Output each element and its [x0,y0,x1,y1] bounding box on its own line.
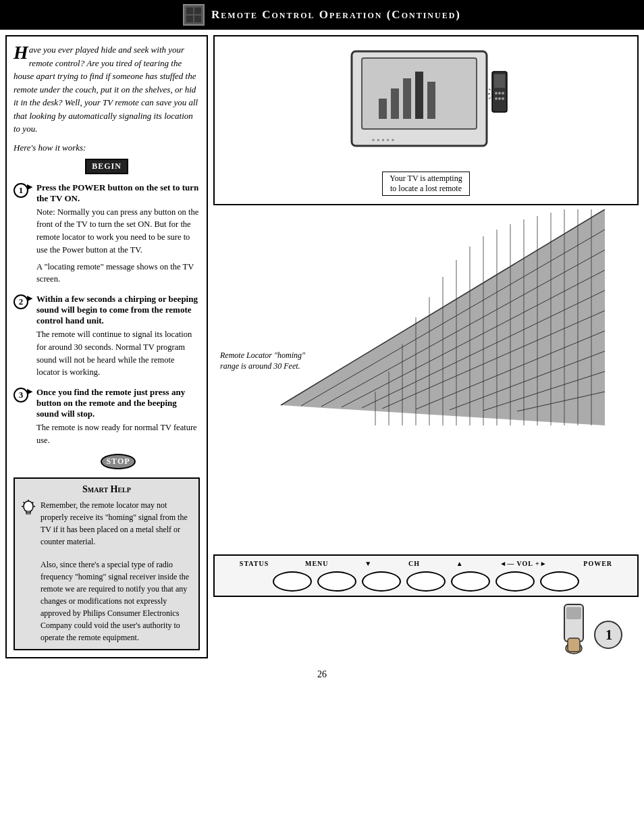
remote-labels: STATUS MENU ▼ CH ▲ ◄— VOL +► POWER [221,560,630,567]
svg-rect-2 [26,513,30,514]
svg-point-23 [502,97,504,100]
svg-rect-58 [568,638,580,652]
step-1: 1 ▶ Press the POWER button on the set to… [14,182,200,290]
remote-btn-7[interactable] [540,571,579,592]
smart-help-box: Smart Help Remember, the remote locator … [14,477,200,650]
step-2-title: Within a few seconds a chirping or beepi… [36,294,200,326]
svg-point-19 [498,92,501,95]
intro-text: ave you ever played hide and seek with y… [14,45,198,134]
svg-rect-13 [415,72,423,119]
stop-badge: STOP [101,454,135,469]
tv-illustration-box: ◦ ◦ ◦ ◦ ◦ Your TV is attempting to locat [213,35,639,205]
step-2: 2 ▶ Within a few seconds a chirping or b… [14,294,200,383]
remote-btn-6[interactable] [495,571,535,592]
remote-label-down: ▼ [365,560,372,567]
remote-label-ch: CH [408,560,420,567]
step-2-circle: 2 [14,294,28,309]
hand-area: 1 [213,598,639,658]
drop-cap: H [14,43,28,62]
right-column: ◦ ◦ ◦ ◦ ◦ Your TV is attempting to locat [213,35,639,658]
remote-btn-1[interactable] [273,571,312,592]
step-3: 3 ▶ Once you find the remote just press … [14,387,200,472]
header-title: Remote Control Operation (Continued) [211,8,461,22]
remote-btn-2[interactable] [317,571,356,592]
remote-label-up: ▲ [456,560,464,567]
begin-badge: BEGIN [85,159,128,174]
step-3-circle: 3 [14,388,28,402]
smart-help-text1: Remember, the remote locator may not pro… [41,499,193,548]
svg-text:◦ ◦ ◦ ◦ ◦: ◦ ◦ ◦ ◦ ◦ [372,135,394,145]
remote-label-vol: ◄— VOL +► [500,560,547,567]
svg-line-4 [32,502,34,503]
remote-btn-4[interactable] [406,571,446,592]
step-1-circle: 1 [14,183,28,198]
step-3-body1: The remote is now ready for normal TV fe… [36,421,200,447]
smart-help-text2: Also, since there's a special type of ra… [41,558,193,644]
signal-cone-area: Remote Locator "homing" range is around … [213,209,639,550]
svg-rect-56 [566,607,581,619]
step-1-arrow: ▶ [27,182,32,191]
tv-caption-wrapper: Your TV is attempting to locate a lost r… [223,172,629,196]
svg-point-18 [495,92,498,95]
step-1-body2: A "locating remote" message shows on the… [36,261,200,286]
svg-rect-12 [403,78,411,119]
remote-btn-5[interactable] [451,571,490,592]
signal-label-line2: range is around 30 Feet. [220,361,300,371]
svg-point-20 [502,92,504,95]
tv-caption-line2: to locate a lost remote [390,184,462,193]
step-3-arrow: ▶ [27,387,32,396]
step-3-content: Once you find the remote just press any … [36,387,200,472]
page-header: Remote Control Operation (Continued) [0,0,644,30]
svg-rect-10 [379,99,387,119]
remote-label-status: STATUS [240,560,269,567]
step-2-arrow: ▶ [27,294,32,303]
svg-rect-14 [427,82,435,119]
remote-label-power: POWER [583,560,612,567]
signal-cone-svg: Remote Locator "homing" range is around … [213,209,618,425]
header-icon [183,4,205,26]
lightbulb-icon [20,499,36,521]
step-2-content: Within a few seconds a chirping or beepi… [36,294,200,383]
pointing-hand-svg: 1 [544,598,625,658]
remote-control-bar: STATUS MENU ▼ CH ▲ ◄— VOL +► POWER [213,554,639,597]
step-1-content: Press the POWER button on the set to tur… [36,182,200,290]
smart-help-text-wrapper: Remember, the remote locator may not pro… [41,499,193,644]
svg-point-0 [24,501,33,512]
step-1-body1: Note: Normally you can press any button … [36,206,200,257]
svg-rect-11 [391,88,399,119]
step-3-title: Once you find the remote just press any … [36,387,200,419]
tv-caption-line1: Your TV is attempting [390,174,462,183]
remote-buttons-row [221,571,630,592]
left-column: Have you ever played hide and seek with … [5,35,208,658]
signal-label-line1: Remote Locator "homing" [219,350,306,360]
smart-help-title: Smart Help [20,484,193,495]
svg-text:1: 1 [606,627,612,642]
step-2-body1: The remote will continue to signal its l… [36,328,200,379]
tv-caption: Your TV is attempting to locate a lost r… [382,172,469,196]
remote-label-menu: MENU [305,560,329,567]
svg-rect-17 [494,74,505,88]
remote-btn-3[interactable] [362,571,401,592]
svg-point-21 [495,97,498,100]
intro-paragraph: Have you ever played hide and seek with … [14,43,200,136]
tv-illustration-svg: ◦ ◦ ◦ ◦ ◦ [331,45,520,166]
step-1-title: Press the POWER button on the set to tur… [36,182,200,204]
heres-how: Here's how it works: [14,142,200,153]
svg-line-5 [24,502,25,503]
svg-point-22 [498,97,501,100]
page-number: 26 [0,664,644,685]
